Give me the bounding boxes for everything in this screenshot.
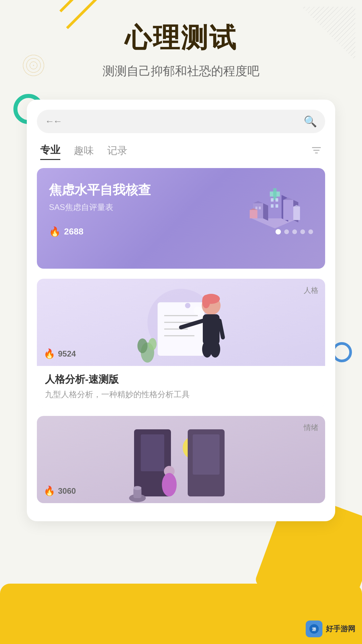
banner-view-count: 2688 (64, 226, 83, 237)
tabs-container: 专业 趣味 记录 (37, 143, 325, 160)
svg-point-43 (194, 307, 202, 315)
svg-line-37 (220, 321, 223, 337)
svg-point-54 (133, 486, 141, 490)
watermark-text: 好手游网 (326, 624, 355, 634)
svg-rect-46 (141, 434, 164, 471)
svg-rect-35 (203, 314, 220, 344)
watermark-icon: 游 (306, 621, 322, 637)
personality-card-tag: 人格 (304, 285, 318, 296)
svg-marker-10 (283, 200, 293, 220)
svg-text:游: 游 (312, 627, 316, 632)
mood-view-count: 3060 (58, 486, 76, 496)
personality-card[interactable]: 人格 🔥 9524 人格分析-速测版 九型人格分析，一种精妙的性格分析工具 (37, 279, 325, 408)
fire-icon: 🔥 (49, 226, 61, 237)
main-content: 心理测试 测测自己抑郁和社恐的程度吧 ←← 🔍 专业 趣味 记录 焦虑水平自我 (0, 0, 362, 521)
svg-rect-49 (193, 434, 220, 475)
svg-marker-16 (273, 188, 277, 200)
personality-card-desc: 九型人格分析，一种精妙的性格分析工具 (45, 389, 317, 400)
mood-fire-row: 🔥 3060 (44, 485, 76, 496)
banner-illustration (231, 175, 318, 242)
svg-point-39 (210, 341, 220, 358)
back-button[interactable]: ←← (45, 116, 61, 127)
svg-rect-21 (255, 207, 257, 209)
svg-point-42 (148, 338, 157, 350)
search-bar: ←← 🔍 (37, 110, 325, 133)
svg-rect-19 (271, 204, 274, 208)
svg-rect-18 (276, 198, 278, 202)
banner-card[interactable]: 焦虑水平自我核查 SAS焦虑自评量表 (37, 168, 325, 269)
watermark: 游 好手游网 (306, 621, 355, 637)
personality-card-image: 人格 🔥 9524 (37, 279, 325, 366)
tab-professional[interactable]: 专业 (40, 143, 60, 160)
card-container: ←← 🔍 专业 趣味 记录 焦虑水平自我核查 SAS焦虑自评量表 (27, 100, 335, 521)
mood-fire-icon: 🔥 (44, 485, 55, 496)
svg-rect-17 (271, 198, 274, 202)
svg-point-44 (185, 303, 190, 308)
personality-fire-row: 🔥 9524 (44, 348, 76, 359)
svg-marker-9 (263, 203, 268, 221)
personality-card-body: 人格分析-速测版 九型人格分析，一种精妙的性格分析工具 (37, 366, 325, 408)
personality-view-count: 9524 (58, 349, 76, 359)
svg-point-51 (162, 473, 177, 496)
mood-card-image: 情绪 🔥 3060 (37, 416, 325, 503)
filter-icon[interactable] (311, 145, 322, 158)
page-subtitle: 测测自己抑郁和社恐的程度吧 (0, 63, 362, 79)
mood-card[interactable]: 情绪 🔥 3060 (37, 416, 325, 503)
svg-point-41 (137, 338, 147, 353)
tab-record[interactable]: 记录 (107, 144, 127, 160)
page-title: 心理测试 (0, 20, 362, 56)
svg-point-34 (202, 295, 210, 308)
personality-fire-icon: 🔥 (44, 348, 55, 359)
svg-marker-23 (250, 210, 257, 218)
mood-card-tag: 情绪 (304, 423, 318, 433)
search-icon[interactable]: 🔍 (304, 115, 317, 128)
personality-card-title: 人格分析-速测版 (45, 373, 317, 386)
svg-marker-8 (253, 201, 263, 203)
svg-marker-13 (293, 207, 300, 220)
svg-rect-22 (259, 207, 261, 209)
svg-rect-20 (276, 204, 278, 208)
search-input[interactable] (66, 116, 298, 127)
tab-fun[interactable]: 趣味 (74, 144, 94, 160)
